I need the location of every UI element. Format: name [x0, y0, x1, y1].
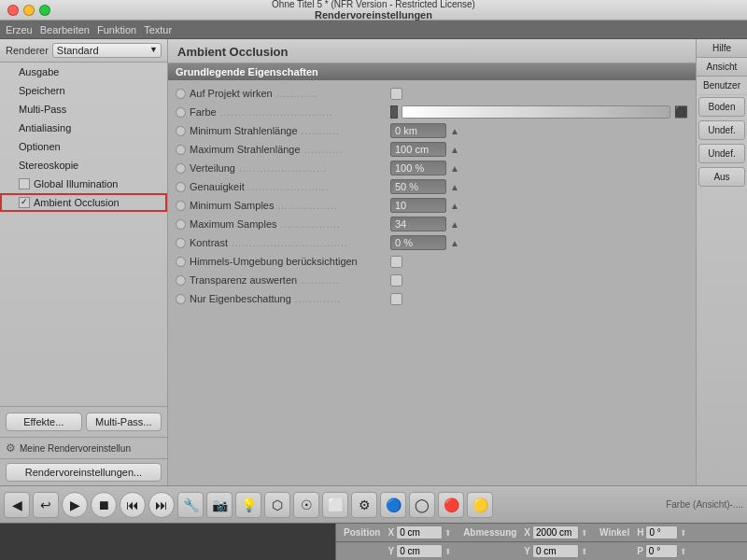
- min-samples-radio[interactable]: [176, 201, 186, 211]
- verteilung-text: Verteilung: [190, 162, 235, 174]
- x-pos-input[interactable]: [396, 525, 443, 539]
- toolbar-icon-stop[interactable]: ⏹: [91, 492, 117, 518]
- renderer-dropdown[interactable]: Standard ▼: [52, 43, 162, 58]
- max-strahlen-radio[interactable]: [176, 145, 186, 155]
- toolbar-icon-9[interactable]: ☉: [293, 492, 319, 518]
- x-pos-stepper[interactable]: ⬆: [444, 528, 452, 538]
- verteilung-up[interactable]: ▲: [450, 163, 459, 174]
- kontrast-up[interactable]: ▲: [450, 238, 459, 248]
- verteilung-input[interactable]: [390, 161, 446, 175]
- h-stepper[interactable]: ⬆: [680, 528, 687, 538]
- toolbar-icon-15[interactable]: 🟡: [467, 492, 493, 518]
- nav-funktion[interactable]: Funktion: [97, 24, 136, 35]
- min-samples-input[interactable]: [390, 198, 446, 213]
- prop-row-kontrast: Kontrast ...............................…: [168, 233, 696, 252]
- toolbar-icon-6[interactable]: 📷: [206, 492, 233, 518]
- far-right-undef2[interactable]: Undef.: [698, 144, 745, 163]
- prop-label-max-strahlen: Maximum Strahlenlänge ...........: [176, 144, 390, 155]
- sidebar-item-ambient-occlusion[interactable]: Ambient Occlusion: [0, 193, 167, 212]
- nav-textur[interactable]: Textur: [144, 24, 172, 35]
- p-input[interactable]: [645, 544, 678, 558]
- sidebar-item-globalillumination[interactable]: Global Illumination: [0, 175, 167, 193]
- toolbar-icon-14[interactable]: 🔴: [438, 492, 464, 518]
- farbe-value: ⬛: [390, 105, 688, 119]
- multi-pass-button[interactable]: Multi-Pass...: [86, 413, 162, 431]
- y-abm-input[interactable]: [532, 544, 579, 558]
- genauigkeit-radio[interactable]: [176, 182, 186, 192]
- title-bar: Ohne Titel 5 * (NFR Version - Restricted…: [0, 0, 747, 21]
- sidebar-item-stereoskopie[interactable]: Stereoskopie: [0, 156, 167, 175]
- toolbar-icon-11[interactable]: ⚙: [351, 492, 377, 518]
- genauigkeit-input[interactable]: [390, 179, 446, 194]
- toolbar-icon-10[interactable]: ⬜: [322, 492, 348, 518]
- maximize-button[interactable]: [39, 5, 50, 16]
- toolbar-icon-1[interactable]: ◀: [4, 492, 30, 518]
- preset-row: ⚙ Meine Rendervoreinstellun: [0, 437, 167, 458]
- prop-label-genauigkeit: Genauigkeit .......................: [176, 181, 390, 192]
- max-samples-input[interactable]: [390, 217, 446, 231]
- global-illumination-checkbox[interactable]: [19, 178, 30, 189]
- content-header: Ambient Occlusion: [168, 39, 696, 63]
- max-strahlen-input[interactable]: [390, 142, 446, 157]
- color-picker-icon[interactable]: ⬛: [674, 105, 688, 119]
- nav-erzeu[interactable]: Erzeu: [6, 24, 33, 35]
- max-samples-radio[interactable]: [176, 219, 186, 230]
- y-abm-stepper[interactable]: ⬆: [581, 547, 588, 556]
- eigenb-radio[interactable]: [176, 294, 186, 304]
- ambient-occlusion-checkbox[interactable]: [19, 197, 30, 208]
- render-link-button[interactable]: Rendervoreinstellungen...: [6, 463, 162, 482]
- toolbar-icon-5[interactable]: 🔧: [177, 492, 204, 518]
- y-pos-stepper[interactable]: ⬆: [444, 547, 452, 556]
- nav-bearbeiten[interactable]: Bearbeiten: [40, 24, 90, 35]
- effekte-button[interactable]: Effekte...: [6, 413, 82, 431]
- kontrast-radio[interactable]: [176, 238, 186, 248]
- close-button[interactable]: [7, 5, 19, 16]
- min-strahlen-up[interactable]: ▲: [450, 126, 459, 136]
- farbe-swatch[interactable]: [402, 105, 670, 119]
- sidebar-item-optionen[interactable]: Optionen: [0, 137, 167, 156]
- toolbar-icon-8[interactable]: ⬡: [264, 492, 290, 518]
- sidebar-item-speichern[interactable]: Speichern: [0, 81, 167, 100]
- toolbar-icon-13[interactable]: ◯: [409, 492, 435, 518]
- p-stepper[interactable]: ⬆: [680, 547, 687, 556]
- min-strahlen-radio[interactable]: [176, 126, 186, 136]
- toolbar-icon-3[interactable]: ⏮: [120, 492, 146, 518]
- toolbar-icon-12[interactable]: 🔵: [380, 492, 406, 518]
- transparenz-checkbox[interactable]: [390, 274, 402, 287]
- toolbar-icon-play[interactable]: ▶: [62, 492, 88, 518]
- h-input[interactable]: [645, 525, 678, 539]
- max-strahlen-dots: ...........: [304, 145, 390, 155]
- verteilung-radio[interactable]: [176, 163, 186, 174]
- auf-projekt-checkbox[interactable]: [390, 88, 402, 100]
- transparenz-radio[interactable]: [176, 275, 186, 286]
- toolbar-icon-7[interactable]: 💡: [235, 492, 261, 518]
- max-samples-up[interactable]: ▲: [450, 219, 459, 230]
- far-right-undef1[interactable]: Undef.: [698, 120, 745, 140]
- sidebar-item-ausgabe[interactable]: Ausgabe: [0, 63, 167, 81]
- prop-label-transparenz: Transparenz auswerten ...........: [176, 274, 390, 286]
- kontrast-input[interactable]: [390, 235, 446, 250]
- min-samples-up[interactable]: ▲: [450, 201, 459, 211]
- sidebar-item-antialiasing[interactable]: Antialiasing: [0, 119, 167, 137]
- auf-projekt-value: [390, 88, 688, 100]
- far-right-aus[interactable]: Aus: [698, 167, 745, 187]
- toolbar-icon-4[interactable]: ⏭: [148, 492, 175, 518]
- himmels-checkbox[interactable]: [390, 256, 402, 268]
- x-abm-input[interactable]: [532, 525, 579, 539]
- far-right-boden[interactable]: Boden: [698, 97, 745, 117]
- max-strahlen-up[interactable]: ▲: [450, 145, 459, 155]
- prop-row-transparenz: Transparenz auswerten ...........: [168, 271, 696, 289]
- prop-label-min-samples: Minimum Samples .................: [176, 200, 390, 211]
- himmels-radio[interactable]: [176, 257, 186, 267]
- transparenz-dots: ...........: [301, 275, 390, 286]
- farbe-radio[interactable]: [176, 107, 186, 118]
- minimize-button[interactable]: [23, 5, 35, 16]
- x-abm-stepper[interactable]: ⬆: [581, 528, 588, 538]
- y-pos-input[interactable]: [396, 544, 443, 558]
- toolbar-icon-2[interactable]: ↩: [33, 492, 59, 518]
- sidebar-item-multipass[interactable]: Multi-Pass: [0, 100, 167, 119]
- min-strahlen-input[interactable]: [390, 123, 446, 138]
- genauigkeit-up[interactable]: ▲: [450, 182, 459, 192]
- auf-projekt-radio[interactable]: [176, 89, 186, 99]
- eigenb-checkbox[interactable]: [390, 293, 402, 305]
